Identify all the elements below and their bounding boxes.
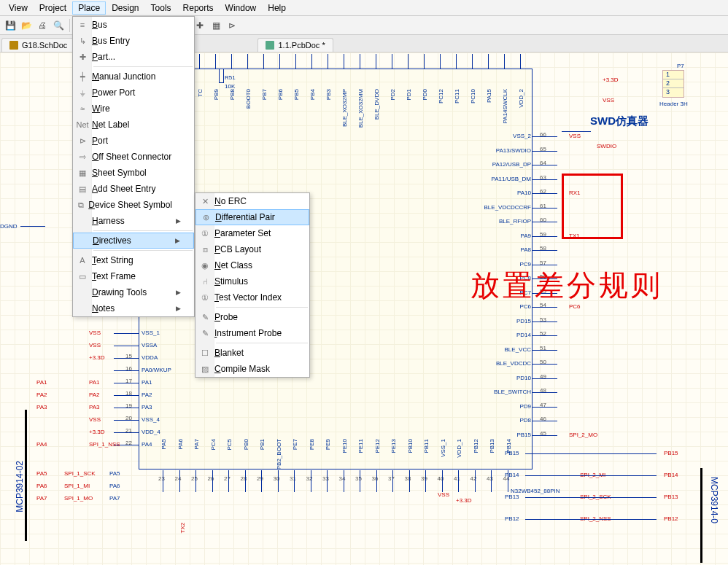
menu-tools[interactable]: Tools <box>145 1 177 15</box>
menu-label: Text String <box>92 255 181 265</box>
directives-item-blanket[interactable]: ☐Blanket <box>195 345 309 361</box>
menu-icon: ① <box>195 225 214 241</box>
menu-icon: ▨ <box>195 361 214 377</box>
pin-name: PA0/WKUP <box>142 367 171 373</box>
pin-name: PC4 <box>210 439 217 451</box>
net-label: +3.3D <box>89 354 105 361</box>
directives-item-pcb-layout[interactable]: ⧈PCB Layout <box>195 241 309 257</box>
swd-label: SWD仿真器 <box>590 114 648 128</box>
pin-name: PB15 <box>505 450 519 456</box>
pin-name: PB0 <box>243 439 249 450</box>
mcp-right-label: MCP3914-0 <box>709 477 719 523</box>
directives-item-test-vector-index[interactable]: ①Test Vector Index <box>195 289 309 305</box>
pin-name: PA7 <box>193 439 200 450</box>
directives-item-net-class[interactable]: ◉Net Class <box>195 257 309 273</box>
pin-name: PE10 <box>341 439 348 453</box>
pin-name: VSS_4 <box>142 416 160 423</box>
net-label: SPI_1_MI <box>64 483 90 489</box>
menu-label: Device Sheet Symbol <box>88 200 181 210</box>
tool-part-icon[interactable]: ✚ <box>193 18 207 33</box>
menu-project[interactable]: Project <box>34 1 72 15</box>
place-item-off-sheet-connector[interactable]: ⇨Off Sheet Connector <box>73 149 194 165</box>
directives-item-no-erc[interactable]: ✕No ERC <box>195 193 309 209</box>
menu-label: Sheet Symbol <box>92 168 181 178</box>
place-item-device-sheet-symbol[interactable]: ⧉Device Sheet Symbol <box>73 197 194 213</box>
place-item-wire[interactable]: ≈Wire <box>73 101 194 117</box>
r51-body <box>219 69 224 83</box>
pin-num: 39 <box>421 475 427 482</box>
black-bar-left <box>25 410 27 541</box>
menu-place[interactable]: Place <box>72 1 106 15</box>
tool-open-icon[interactable]: 📂 <box>19 18 34 33</box>
place-item-notes[interactable]: Notes▶ <box>73 300 194 316</box>
pin-name: PB11 <box>423 439 430 453</box>
pin-name: PA8 <box>520 246 531 253</box>
header-ref: P7 <box>677 63 684 69</box>
vss-label-top: VSS <box>603 97 614 104</box>
menu-help[interactable]: Help <box>262 1 292 15</box>
place-item-harness[interactable]: Harness▶ <box>73 213 194 229</box>
dgnd-port: DGND <box>0 223 18 230</box>
pin-name: BOOT0 <box>245 89 252 109</box>
menu-view[interactable]: View <box>3 1 34 15</box>
directives-item-differential-pair[interactable]: ⊚Differential Pair <box>195 209 309 225</box>
pin-name: PB3 <box>325 89 332 100</box>
pin-name: PA7 <box>109 495 120 502</box>
place-item-bus-entry[interactable]: ↳Bus Entry <box>73 33 194 49</box>
place-item-power-port[interactable]: ⏚Power Port <box>73 85 194 101</box>
pin-name: PA5 <box>160 439 167 450</box>
place-item-directives[interactable]: Directives▶ <box>73 233 194 249</box>
pin-name: PD10 <box>516 375 531 381</box>
net-label: PA3 <box>36 404 47 410</box>
tool-save-icon[interactable]: 💾 <box>3 18 18 33</box>
place-item-sheet-symbol[interactable]: ▦Sheet Symbol <box>73 165 194 181</box>
directives-item-probe[interactable]: ✎Probe <box>195 309 309 325</box>
place-item-part-[interactable]: ✚Part... <box>73 49 194 65</box>
pin-name: VSSA <box>142 342 157 348</box>
tool-print-icon[interactable]: 🖨 <box>35 18 50 33</box>
pin-name: PC5 <box>226 439 233 451</box>
pin-name: PD9 <box>519 403 531 410</box>
place-item-drawing-tools[interactable]: Drawing Tools▶ <box>73 284 194 300</box>
pin-num: 23 <box>158 475 165 482</box>
pcb-icon <box>266 41 274 50</box>
place-item-bus[interactable]: ≡Bus <box>73 17 194 33</box>
menu-design[interactable]: Design <box>106 1 144 15</box>
menu-icon: ▦ <box>73 165 92 181</box>
place-item-text-frame[interactable]: ▭Text Frame <box>73 268 194 284</box>
directives-item-stimulus[interactable]: ⑁Stimulus <box>195 273 309 289</box>
menu-label: Off Sheet Connector <box>92 152 181 162</box>
place-item-net-label[interactable]: NetNet Label <box>73 117 194 133</box>
place-item-text-string[interactable]: AText String <box>73 252 194 268</box>
place-item-manual-junction[interactable]: ┿Manual Junction <box>73 69 194 85</box>
net-label: SPI_1_SCK <box>64 470 96 477</box>
menu-window[interactable]: Window <box>220 1 263 15</box>
pin-name: PA11/USB_DM <box>491 176 531 182</box>
directives-submenu: ✕No ERC⊚Differential Pair①Parameter Set⧈… <box>195 192 310 378</box>
directives-item-parameter-set[interactable]: ①Parameter Set <box>195 225 309 241</box>
directives-item-compile-mask[interactable]: ▨Compile Mask <box>195 361 309 377</box>
tool-zoom-icon[interactable]: 🔍 <box>51 18 66 33</box>
directives-item-instrument-probe[interactable]: ✎Instrument Probe <box>195 325 309 341</box>
menu-icon: ⧉ <box>73 197 88 213</box>
pin-num: 37 <box>388 475 395 482</box>
menu-icon: ⊚ <box>196 209 215 225</box>
tool-port-icon[interactable]: ⊳ <box>225 18 239 33</box>
tool-sheet-icon[interactable]: ▦ <box>209 18 223 33</box>
menu-reports[interactable]: Reports <box>177 1 220 15</box>
menu-label: Drawing Tools <box>92 287 176 297</box>
submenu-arrow-icon: ▶ <box>175 237 180 244</box>
pin-name: BLE_RFIOP <box>499 218 531 225</box>
tab-pcbdoc[interactable]: 1.1.PcbDoc * <box>257 38 333 52</box>
pin-num: 41 <box>454 475 460 482</box>
pin-name: PB9 <box>213 89 220 100</box>
place-item-port[interactable]: ⊳Port <box>73 133 194 149</box>
tab-schdoc-1[interactable]: G18.SchDoc <box>1 38 75 52</box>
net-label: PB15 <box>664 450 678 456</box>
pin-name: PE9 <box>325 439 331 450</box>
net-label: VSS <box>89 342 101 348</box>
pin-name: BLE_XO32MM <box>357 89 364 128</box>
place-item-add-sheet-entry[interactable]: ▤Add Sheet Entry <box>73 181 194 197</box>
black-bar-right <box>700 468 702 563</box>
pin-name: PD1 <box>406 89 412 101</box>
